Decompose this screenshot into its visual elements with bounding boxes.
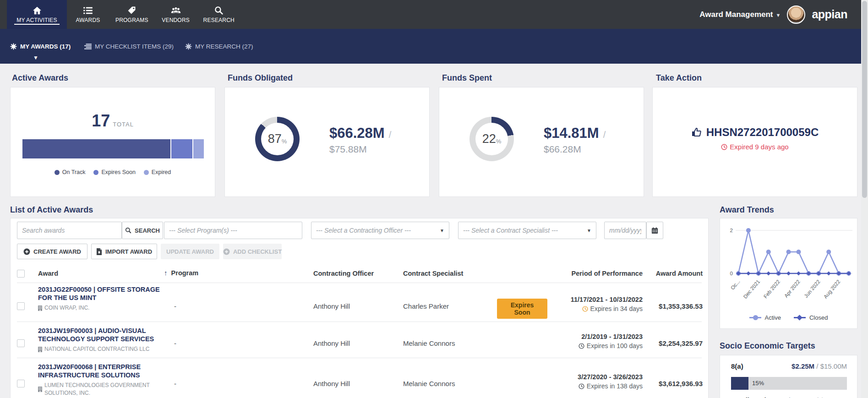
tab-vendors[interactable]: VENDORS xyxy=(155,0,197,29)
obligated-total: $75.88M xyxy=(329,144,391,155)
program-cell: - xyxy=(174,339,176,347)
top-navigation-bar: MY ACTIVITIES AWARDS PROGRAMS VENDORS RE… xyxy=(0,0,861,29)
socio-row-values: $2.25M / $15.00M xyxy=(761,362,847,370)
scrollbar-thumb[interactable] xyxy=(862,1,867,198)
chevron-down-icon: ▼ xyxy=(440,228,444,233)
svg-text:Apr 2022: Apr 2022 xyxy=(783,279,801,299)
user-avatar[interactable] xyxy=(787,5,805,24)
appian-logo: appian xyxy=(812,8,847,21)
funds-spent-title: Funds Spent xyxy=(442,73,492,83)
subnav-my-awards[interactable]: MY AWARDS (17) xyxy=(10,29,71,64)
column-header-award-amount[interactable]: Award Amount xyxy=(648,270,703,277)
award-link[interactable]: 2031JG22F00050 | OFFSITE STORAGE FOR THE… xyxy=(38,285,165,302)
app-switcher-dropdown[interactable]: Award Management▼ xyxy=(699,10,781,19)
subnav-my-checklist-items[interactable]: MY CHECKLIST ITEMS (29) xyxy=(84,29,174,64)
update-award-button[interactable]: UPDATE AWARD xyxy=(161,244,219,259)
nav-right-group: Award Management▼ appian xyxy=(699,0,847,29)
funds-spent-card: 22% $14.81M/ $66.28M xyxy=(439,87,644,197)
column-header-program[interactable]: ↑ Program xyxy=(164,269,198,277)
take-action-status: Expired 9 days ago xyxy=(653,143,857,151)
closed-series-marker xyxy=(794,317,806,318)
period-of-performance-cell: 2/1/2019 - 1/31/2023 Expires in 100 days xyxy=(551,333,643,349)
row-checkbox[interactable] xyxy=(17,339,25,347)
socio-row-values: $13.78M / $25.00M xyxy=(761,396,847,398)
row-checkbox[interactable] xyxy=(17,302,25,310)
period-of-performance-cell: 3/27/2020 - 3/26/2023 Expires in 138 day… xyxy=(551,373,643,390)
take-action-title: Take Action xyxy=(656,73,702,83)
svg-text:Aug 2022: Aug 2022 xyxy=(823,279,841,300)
award-link[interactable]: 2031JW19F00003 | AUDIO-VISUAL TECHNOLOGY… xyxy=(38,327,165,343)
tab-awards[interactable]: AWARDS xyxy=(67,0,109,29)
column-header-contracting-officer[interactable]: Contracting Officer xyxy=(313,270,374,277)
clock-icon xyxy=(582,306,588,312)
plus-circle-icon xyxy=(223,248,230,255)
column-header-contract-specialist[interactable]: Contract Specialist xyxy=(403,270,463,277)
search-input[interactable]: Search awards xyxy=(17,222,122,239)
svg-text:Oc...: Oc... xyxy=(730,279,741,291)
take-action-card: HHSN272201700059C Expired 9 days ago xyxy=(652,87,857,197)
people-icon xyxy=(171,6,181,15)
tab-research[interactable]: RESEARCH xyxy=(197,0,241,29)
bar-segment-0 xyxy=(22,139,170,158)
tab-label: AWARDS xyxy=(76,17,100,23)
seal-icon xyxy=(10,43,17,50)
tab-programs[interactable]: PROGRAMS xyxy=(109,0,155,29)
award-link[interactable]: 2031JW20F00068 | ENTERPRISE INFRASTRUCTU… xyxy=(38,363,165,379)
chevron-down-icon: ▼ xyxy=(587,228,591,233)
calendar-button[interactable] xyxy=(646,222,663,239)
select-all-checkbox[interactable] xyxy=(17,270,25,278)
take-action-award-link[interactable]: HHSN272201700059C xyxy=(691,126,819,139)
seal-icon xyxy=(185,43,192,50)
award-amount-cell: $1,353,336.53 xyxy=(648,302,703,310)
list-icon xyxy=(83,6,93,15)
subnav-label: MY CHECKLIST ITEMS (29) xyxy=(95,43,174,50)
svg-text:2: 2 xyxy=(730,228,733,233)
socio-economic-targets-title: Socio Economic Targets xyxy=(720,341,815,351)
tab-label: MY ACTIVITIES xyxy=(16,17,57,23)
create-award-button[interactable]: CREATE AWARD xyxy=(17,244,87,259)
file-icon xyxy=(96,248,102,255)
clock-icon xyxy=(721,144,727,150)
svg-text:Feb 2022: Feb 2022 xyxy=(763,279,781,300)
column-header-period-of-performance[interactable]: Period of Performance xyxy=(551,270,643,277)
plus-circle-icon xyxy=(23,248,30,255)
trend-chart-legend: Active Closed xyxy=(720,314,857,321)
import-award-button[interactable]: IMPORT AWARD xyxy=(91,244,157,259)
progress-fill xyxy=(731,377,748,390)
active-awards-card: 17TOTAL On Track Expires Soon Expired xyxy=(10,87,215,197)
list-of-active-awards-title: List of Active Awards xyxy=(10,205,93,215)
award-amount-cell: $2,254,325.97 xyxy=(648,339,703,347)
row-checkbox[interactable] xyxy=(17,380,25,387)
subnav-label: MY RESEARCH (27) xyxy=(195,43,253,50)
funds-spent-values: $14.81M/ $66.28M xyxy=(544,125,606,155)
funds-obligated-values: $66.28M/ $75.88M xyxy=(329,125,391,155)
tab-label: PROGRAMS xyxy=(115,17,148,23)
column-header-award[interactable]: Award xyxy=(38,270,58,277)
socio-economic-targets-card: 8(a) $2.25M / $15.00M 15% Small Business… xyxy=(720,355,857,398)
contracting-officer-cell: Anthony Hill xyxy=(313,339,350,347)
page-scrollbar xyxy=(861,0,868,398)
svg-text:Dec 2021: Dec 2021 xyxy=(742,279,761,300)
contract-specialist-select[interactable]: --- Select a Contract Specialist ---▼ xyxy=(458,222,596,239)
vendor-name: LUMEN TECHNOLOGIES GOVERNMENT SOLUTIONS,… xyxy=(38,382,165,397)
contracting-officer-select[interactable]: --- Select a Contracting Officer ---▼ xyxy=(311,222,449,239)
date-filter-input[interactable]: mm/dd/yyyy xyxy=(604,222,646,239)
active-awards-title: Active Awards xyxy=(12,73,68,83)
clock-icon xyxy=(579,343,584,349)
legend-item-active: Active xyxy=(749,314,781,321)
subnav-my-research[interactable]: MY RESEARCH (27) xyxy=(185,29,253,64)
program-filter-input[interactable]: --- Select Program(s) --- xyxy=(164,222,302,239)
tab-my-activities[interactable]: MY ACTIVITIES xyxy=(7,0,67,29)
legend-item: Expired xyxy=(144,169,171,175)
add-checklist-button[interactable]: ADD CHECKLIST xyxy=(223,244,282,259)
program-cell: - xyxy=(174,380,176,387)
socio-progress-bar: 15% xyxy=(731,377,847,390)
search-button[interactable]: SEARCH xyxy=(122,222,163,239)
contract-specialist-cell: Melanie Connors xyxy=(403,380,455,387)
award-trends-title: Award Trends xyxy=(720,205,774,215)
svg-text:Jun 2022: Jun 2022 xyxy=(803,279,821,299)
funds-obligated-title: Funds Obligated xyxy=(228,73,293,83)
legend-dot-expires-soon xyxy=(93,170,98,175)
awards-bar-legend: On Track Expires Soon Expired xyxy=(11,169,215,175)
home-icon xyxy=(32,6,42,15)
